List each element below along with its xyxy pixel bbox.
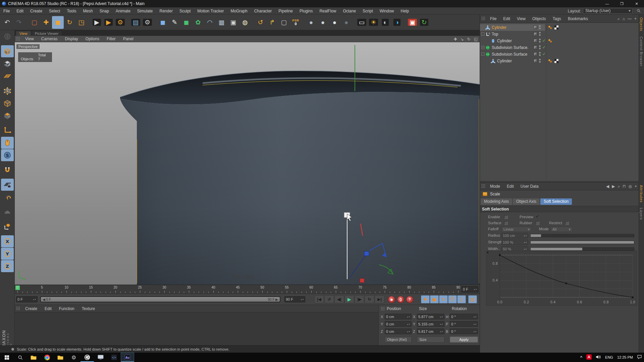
edit-render-settings-icon[interactable]: ⚙ [142, 16, 153, 29]
attr-menu-edit[interactable]: Edit [503, 184, 517, 189]
contrast-dark-icon[interactable]: ◐ [379, 16, 391, 29]
falloff-dropdown[interactable]: Linear [501, 227, 532, 232]
points-mode-icon[interactable] [1, 85, 14, 97]
world-grid-icon[interactable] [1, 31, 14, 43]
material-sphere-3-icon[interactable]: ● [329, 16, 340, 29]
cube-primitive-icon[interactable]: ◼ [157, 16, 169, 29]
action-center-icon[interactable] [637, 355, 642, 360]
menu-script[interactable]: Script [359, 7, 376, 15]
menu-help[interactable]: Help [397, 7, 412, 15]
render-picture-viewer-icon[interactable]: ▶ [103, 16, 114, 29]
tweak-mode-icon[interactable] [1, 137, 14, 149]
render-view-icon[interactable]: ▶ [91, 16, 103, 29]
record-scale-icon[interactable]: ◼ [430, 295, 439, 303]
visibility-dots[interactable] [539, 52, 541, 56]
floor-icon[interactable]: ▦ [216, 16, 227, 29]
close-button[interactable]: ✕ [629, 0, 644, 7]
attr-tab-object-axis[interactable]: Object Axis [513, 198, 540, 205]
menu-file[interactable]: File [0, 7, 13, 15]
panel-drag-handle[interactable] [381, 307, 385, 311]
layer-toggle[interactable] [534, 25, 537, 29]
coord-field-position-y[interactable]: 0 cm▲▼ [385, 321, 412, 327]
viewport-tab-picture-viewer[interactable]: Picture Viewer [32, 31, 62, 36]
workplane-align-icon[interactable] [1, 191, 14, 203]
layer-toggle[interactable] [534, 46, 537, 49]
coord-field-rotation-b[interactable]: 0 °▲▼ [450, 328, 478, 334]
contrast-blue-icon[interactable]: ◑ [391, 16, 403, 29]
spline-pen-icon[interactable]: ✎ [169, 16, 180, 29]
pan-view-icon[interactable]: ✚ [453, 37, 457, 42]
phong-tag[interactable] [548, 25, 552, 31]
texture-mode-icon[interactable] [1, 58, 14, 70]
object-row-top-1[interactable]: −0Top [480, 31, 639, 38]
rotate-view-icon[interactable]: ↻ [467, 37, 471, 42]
undo-icon[interactable]: ↶ [1, 16, 13, 29]
enabled-check-icon[interactable]: ✓ [542, 38, 546, 43]
code-editor-icon[interactable]: </> [107, 353, 121, 362]
octane-liveviewer-icon[interactable]: ↻ [418, 16, 430, 29]
avira-tray-icon[interactable] [586, 354, 592, 360]
zoom-view-icon[interactable]: ↘ [461, 37, 464, 42]
om-menu-tags[interactable]: Tags [549, 16, 565, 21]
viewport-menu-filter[interactable]: Filter [103, 37, 119, 41]
object-label[interactable]: Cylinder [497, 39, 512, 43]
edges-mode-icon[interactable] [1, 97, 14, 109]
layout-dropdown[interactable]: Startup (User) [583, 8, 633, 14]
snap-icon[interactable]: S [1, 149, 14, 161]
menu-create[interactable]: Create [27, 7, 46, 15]
attr-tab-soft-selection[interactable]: Soft Selection [540, 198, 572, 205]
keyframe-film-icon[interactable]: ▤ [468, 295, 477, 303]
rotate-tool-icon[interactable]: ↻ [64, 16, 75, 29]
viewport-menu-view[interactable]: View [21, 37, 38, 41]
visibility-dots[interactable] [539, 25, 541, 29]
object-row-subdivision-surface--3[interactable]: +Subdivision Surface.✓ [480, 44, 639, 51]
x-axis-lock-icon[interactable]: X [1, 235, 14, 247]
current-frame-spinbox[interactable]: 0 F ▲▼ [462, 286, 478, 292]
radius-slider[interactable] [530, 234, 634, 237]
scale-tool-icon[interactable]: ◼ [52, 16, 64, 29]
texture-tag[interactable] [554, 25, 559, 31]
lock-icon[interactable]: ⊓ [623, 184, 626, 189]
attr-menu-mode[interactable]: Mode [487, 184, 503, 189]
range-start-spinbox[interactable]: 0 F▲▼ [16, 296, 38, 302]
panel-drag-handle[interactable] [16, 306, 20, 311]
om-menu-edit[interactable]: Edit [500, 16, 514, 21]
back-icon[interactable]: ◀ [606, 184, 609, 189]
search-icon[interactable]: ⌕ [618, 184, 620, 189]
attr-menu-user-data[interactable]: User Data [517, 184, 542, 189]
workplane-mode-icon[interactable] [1, 70, 14, 82]
menu-window[interactable]: Window [376, 7, 397, 15]
visibility-dots[interactable] [539, 32, 541, 36]
preview-checkbox[interactable]: ✔ [536, 214, 539, 219]
compositing-icon[interactable]: ▭ [356, 16, 368, 29]
add-panel-icon[interactable]: + [635, 184, 637, 189]
viewport-menu-panel[interactable]: Panel [119, 37, 137, 41]
side-tab-content-browser[interactable]: Content Browser [639, 34, 643, 69]
move-tool-icon[interactable]: ✚ [40, 16, 52, 29]
falloff-curve-graph[interactable]: 0.00.20.40.60.81.00.40.8 [486, 251, 637, 306]
camera-icon[interactable]: ▣ [227, 16, 239, 29]
material-menu-texture[interactable]: Texture [78, 306, 99, 311]
restrict-checkbox[interactable] [565, 221, 569, 225]
keying-help-icon[interactable]: ? [406, 296, 413, 303]
layout-search-icon[interactable] [637, 9, 641, 14]
coord-field-rotation-h[interactable]: 0 °▲▼ [450, 314, 478, 319]
side-tab-attributes[interactable]: Attributes [639, 182, 643, 205]
section-header[interactable]: Soft Selection [480, 206, 639, 212]
coord-mode-dropdown-size[interactable]: Size [417, 337, 444, 343]
media-app-icon[interactable] [94, 353, 107, 362]
viewport-menu-options[interactable]: Options [82, 37, 103, 41]
menu-snap[interactable]: Snap [96, 7, 112, 15]
live-selection-icon[interactable]: ▢ [29, 16, 40, 29]
layer-toggle[interactable] [534, 32, 537, 36]
layer-toggle[interactable] [534, 52, 537, 56]
last-tool-icon[interactable]: ◳ [75, 16, 87, 29]
settings-icon[interactable]: ⚙ [67, 353, 80, 362]
material-menu-create[interactable]: Create [21, 306, 41, 311]
z-axis-lock-icon[interactable]: Z [1, 260, 14, 272]
range-end-spinbox[interactable]: 90 F▲▼ [284, 296, 305, 302]
subdivision-surface-tool-icon[interactable]: ◼ [180, 16, 192, 29]
object-row-cylinder-2[interactable]: Cylinder✓ [480, 38, 639, 44]
record-parameter-icon[interactable]: Ⓟ [448, 295, 457, 303]
om-menu-objects[interactable]: Objects [529, 16, 549, 21]
